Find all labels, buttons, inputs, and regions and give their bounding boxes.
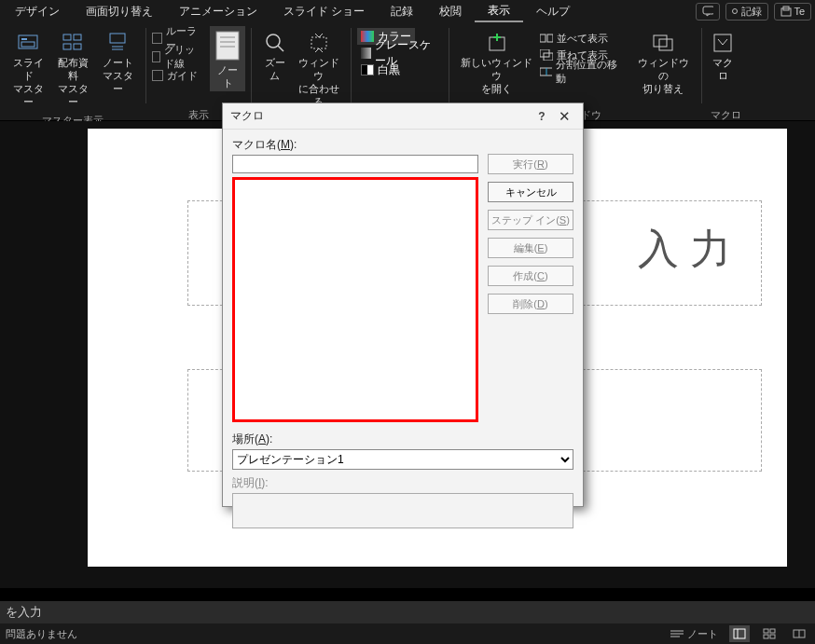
macro-name-input[interactable] xyxy=(232,155,478,173)
zoom-label: ズーム xyxy=(261,56,288,82)
svg-rect-38 xyxy=(770,635,775,638)
svg-rect-9 xyxy=(74,44,81,49)
menu-slideshow[interactable]: スライド ショー xyxy=(270,0,378,22)
side-label: 並べて表示 xyxy=(557,32,608,46)
dialog-help-button[interactable]: ? xyxy=(531,110,553,123)
status-bar: 問題ありません ノート xyxy=(0,623,815,644)
macro-dialog: マクロ ? ✕ マクロ名(M): 実行(R) キャンセル ステップ イン(S) … xyxy=(222,103,584,507)
menu-transition[interactable]: 画面切り替え xyxy=(73,0,166,22)
sorter-view-icon xyxy=(763,628,776,639)
macro-button[interactable]: マク ロ xyxy=(708,26,738,84)
macro-icon xyxy=(711,32,734,54)
run-button[interactable]: 実行(R) xyxy=(488,154,573,174)
arrange-side-button[interactable]: 並べて表示 xyxy=(538,30,624,47)
dialog-title: マクロ xyxy=(230,108,531,124)
zoom-button[interactable]: ズーム xyxy=(257,26,292,84)
menu-bar: デザイン 画面切り替え アニメーション スライド ショー 記録 校閲 表示 ヘル… xyxy=(0,0,815,22)
place-label: 場所(A): xyxy=(232,432,573,447)
svg-rect-13 xyxy=(216,32,239,60)
new-window-icon xyxy=(486,32,508,54)
dialog-close-button[interactable]: ✕ xyxy=(553,108,575,125)
record-dot-icon xyxy=(732,8,738,14)
color-swatch-icon xyxy=(361,31,374,42)
record-label: 記録 xyxy=(741,5,762,19)
notes-pane[interactable]: を入力 xyxy=(0,601,815,623)
svg-rect-25 xyxy=(540,68,552,75)
menu-animation[interactable]: アニメーション xyxy=(166,0,270,22)
handout-master-icon xyxy=(62,32,84,54)
normal-view-button[interactable] xyxy=(729,625,750,642)
svg-rect-4 xyxy=(21,38,27,40)
split-icon xyxy=(540,66,552,77)
macro-listbox[interactable] xyxy=(232,177,478,422)
guide-label: ガイド xyxy=(167,69,198,83)
group-macro-label: マクロ xyxy=(702,108,749,121)
svg-rect-8 xyxy=(63,44,71,49)
svg-point-17 xyxy=(267,34,280,48)
note-master-button[interactable]: ノート マスター xyxy=(95,26,140,97)
note-master-icon xyxy=(106,32,129,54)
handout-master-button[interactable]: 配布資料 マスター xyxy=(50,26,95,110)
svg-rect-37 xyxy=(764,635,768,638)
fit-window-icon xyxy=(308,32,330,54)
svg-rect-5 xyxy=(21,42,35,47)
new-window-button[interactable]: 新しいウィンドウ を開く xyxy=(455,26,538,97)
menu-record[interactable]: 記録 xyxy=(378,0,426,22)
status-notes-button[interactable]: ノート xyxy=(669,625,720,642)
reading-view-icon xyxy=(793,628,806,639)
menu-view[interactable]: 表示 xyxy=(475,0,523,22)
reading-view-button[interactable] xyxy=(789,625,809,642)
sorter-view-button[interactable] xyxy=(759,625,780,642)
slide-master-button[interactable]: スライド マスター xyxy=(6,26,50,110)
fit-window-button[interactable]: ウィンドウ に合わせる xyxy=(292,26,345,110)
svg-rect-27 xyxy=(654,35,667,47)
svg-rect-33 xyxy=(734,629,745,638)
split-move-button[interactable]: 分割位置の移動 xyxy=(538,63,624,80)
create-button[interactable]: 作成(C) xyxy=(488,266,573,286)
place-select[interactable]: プレゼンテーション1 xyxy=(232,449,573,470)
teams-label: Te xyxy=(794,6,805,17)
note-master-label: ノート マスター xyxy=(99,56,136,95)
svg-rect-29 xyxy=(714,34,731,51)
blackwhite-button[interactable]: 白黒 xyxy=(357,62,404,78)
macro-name-label: マクロ名(M): xyxy=(232,137,478,153)
notes-small-icon xyxy=(670,628,684,639)
menu-help[interactable]: ヘルプ xyxy=(523,0,583,22)
cancel-button[interactable]: キャンセル xyxy=(488,182,573,202)
menu-review[interactable]: 校閲 xyxy=(426,0,475,22)
teams-button[interactable]: Te xyxy=(774,3,811,21)
grayscale-button[interactable]: グレースケール xyxy=(357,45,443,62)
macro-label: マク ロ xyxy=(712,56,733,82)
new-window-label: 新しいウィンドウ を開く xyxy=(459,56,534,95)
notes-label: ノー ト xyxy=(217,63,238,89)
comments-button[interactable] xyxy=(696,3,720,21)
step-in-button[interactable]: ステップ イン(S) xyxy=(488,210,573,230)
notes-button[interactable]: ノー ト xyxy=(210,26,245,91)
handout-master-label: 配布資料 マスター xyxy=(54,56,91,108)
svg-rect-0 xyxy=(703,7,713,14)
zoom-icon xyxy=(264,32,286,54)
switch-window-button[interactable]: ウィンドウの 切り替え xyxy=(631,26,696,97)
edit-button[interactable]: 編集(E) xyxy=(488,238,573,258)
guides-checkbox[interactable]: ガイド xyxy=(152,67,202,84)
status-notes-label: ノート xyxy=(687,627,718,641)
gridlines-checkbox[interactable]: グリッド線 xyxy=(152,48,202,65)
svg-rect-7 xyxy=(74,34,81,40)
desc-textarea[interactable] xyxy=(232,493,573,528)
split-label: 分割位置の移動 xyxy=(556,58,622,86)
status-text: 問題ありません xyxy=(6,627,669,641)
notes-icon xyxy=(214,30,242,62)
svg-rect-21 xyxy=(540,34,546,42)
dialog-titlebar[interactable]: マクロ ? ✕ xyxy=(223,103,583,130)
record-button[interactable]: 記録 xyxy=(725,3,768,21)
title-hint: 入力 xyxy=(638,222,742,277)
delete-button[interactable]: 削除(D) xyxy=(488,294,573,314)
side-icon xyxy=(540,33,553,44)
slide-master-label: スライド マスター xyxy=(9,56,47,108)
fit-window-label: ウィンドウ に合わせる xyxy=(296,56,341,108)
menu-design[interactable]: デザイン xyxy=(2,0,73,22)
notes-placeholder: を入力 xyxy=(6,604,42,621)
teams-icon xyxy=(780,6,792,17)
svg-rect-35 xyxy=(764,629,768,633)
comment-icon xyxy=(702,6,713,17)
